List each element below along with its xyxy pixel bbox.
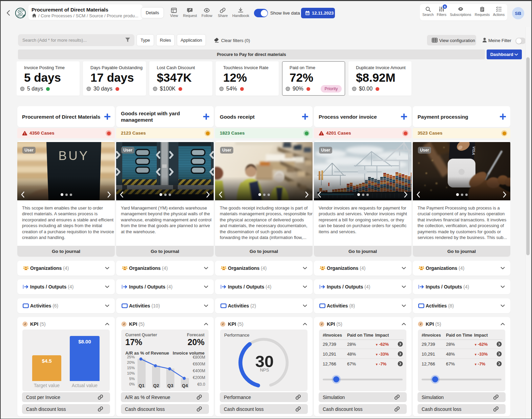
svg-text:-33%: -33% xyxy=(478,352,488,357)
svg-text:-7%: -7% xyxy=(478,362,485,366)
svg-text:NPS: NPS xyxy=(260,367,269,373)
svg-text:Q3: Q3 xyxy=(167,383,173,388)
svg-text:0%: 0% xyxy=(129,382,135,386)
svg-text:15%: 15% xyxy=(127,366,135,370)
svg-text:28%: 28% xyxy=(446,342,455,347)
svg-text:29,739: 29,739 xyxy=(422,342,435,347)
svg-text:-7%: -7% xyxy=(379,362,386,366)
svg-text:12,766: 12,766 xyxy=(422,361,435,366)
svg-text:25%: 25% xyxy=(127,355,135,359)
svg-text:Paid on Time: Paid on Time xyxy=(446,333,472,338)
svg-text:-62%: -62% xyxy=(379,342,389,347)
svg-text:▼: ▼ xyxy=(474,363,477,366)
svg-text:#Invoices: #Invoices xyxy=(323,333,342,338)
svg-text:€600M: €600M xyxy=(193,362,205,366)
svg-text:▼: ▼ xyxy=(375,343,378,346)
svg-text:28%: 28% xyxy=(347,342,356,347)
svg-text:5%: 5% xyxy=(129,377,135,381)
svg-text:Q1: Q1 xyxy=(139,383,144,388)
svg-text:Impact: Impact xyxy=(375,333,389,338)
svg-text:48%: 48% xyxy=(446,352,455,357)
svg-text:20%: 20% xyxy=(127,360,135,364)
svg-text:-62%: -62% xyxy=(478,342,488,347)
svg-text:Impact: Impact xyxy=(474,333,488,338)
svg-text:29,739: 29,739 xyxy=(323,342,336,347)
svg-text:▼: ▼ xyxy=(375,363,378,366)
svg-text:Paid on Time: Paid on Time xyxy=(347,333,374,338)
svg-text:10%: 10% xyxy=(127,371,135,375)
svg-text:12,766: 12,766 xyxy=(323,361,336,366)
svg-text:10,291: 10,291 xyxy=(422,352,435,357)
svg-text:10,291: 10,291 xyxy=(323,352,336,357)
svg-text:€0.0: €0.0 xyxy=(197,382,206,387)
svg-text:▼: ▼ xyxy=(375,353,378,356)
svg-text:67%: 67% xyxy=(347,361,356,366)
svg-text:48%: 48% xyxy=(347,352,356,357)
svg-text:▼: ▼ xyxy=(474,343,477,346)
svg-text:€400M: €400M xyxy=(193,368,205,373)
svg-text:-33%: -33% xyxy=(379,352,389,357)
svg-text:#Invoices: #Invoices xyxy=(422,333,441,338)
svg-text:€200M: €200M xyxy=(193,375,205,380)
svg-text:▼: ▼ xyxy=(474,353,477,356)
svg-text:BUY: BUY xyxy=(58,149,89,163)
svg-text:€800M: €800M xyxy=(193,355,205,360)
svg-text:Q4: Q4 xyxy=(182,383,188,388)
svg-text:67%: 67% xyxy=(446,361,455,366)
svg-text:Q2: Q2 xyxy=(153,383,159,388)
